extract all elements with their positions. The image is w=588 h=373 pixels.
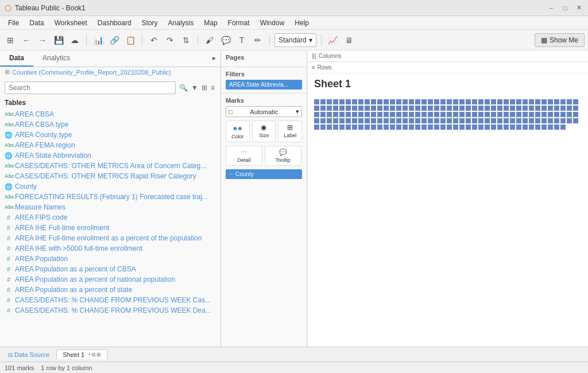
sheet-tab[interactable]: Sheet 1 + ⧉ ⊞ — [56, 349, 107, 359]
tooltip-label: Tooltip — [276, 157, 291, 163]
toolbar-back-button[interactable]: ← — [20, 33, 33, 47]
toolbar-show-button[interactable]: 📋 — [123, 33, 137, 47]
viz-dot — [523, 99, 528, 104]
toolbar-tooltip-button[interactable]: 💬 — [219, 33, 233, 47]
viz-dot — [485, 99, 490, 104]
county-pill[interactable]: ⋯ County — [226, 169, 302, 179]
viz-dot — [396, 106, 401, 111]
menu-dashboard[interactable]: Dashboard — [93, 18, 136, 28]
toolbar-label-button[interactable]: T — [235, 33, 249, 47]
list-item[interactable]: AbcCASES/DEATHS: OTHER METRICS Rapid Ris… — [0, 171, 220, 181]
toolbar-chart-button[interactable]: 📈 — [326, 33, 340, 47]
table-list: AbcAREA CBSAAbcAREA CBSA type🌐AREA Count… — [0, 109, 220, 347]
tab-add-icon[interactable]: + — [88, 352, 91, 358]
list-item[interactable]: #AREA IHE Full-time enrollment — [0, 223, 220, 233]
toolbar-save-button[interactable]: 💾 — [52, 33, 65, 47]
maximize-button[interactable]: □ — [560, 3, 570, 13]
tableau-logo-icon: ⬡ — [5, 3, 11, 13]
standard-dropdown[interactable]: Standard ▾ — [274, 33, 316, 47]
toolbar-device-button[interactable]: 🖥 — [342, 33, 356, 47]
list-item[interactable]: #CASES/DEATHS: % CHANGE FROM PREVIOUS WE… — [0, 295, 220, 305]
viz-dot — [516, 125, 521, 130]
panel-tab-arrow-icon[interactable]: ▸ — [208, 50, 220, 67]
viz-area[interactable] — [307, 95, 588, 347]
viz-dot — [403, 99, 408, 104]
viz-dot — [560, 106, 566, 111]
search-icon[interactable]: 🔍 — [178, 83, 189, 93]
list-item[interactable]: #AREA Population — [0, 254, 220, 264]
tab-data-label: Data — [9, 54, 24, 62]
list-item-text: AREA IHE with >5000 full-time enrollment — [15, 244, 142, 252]
list-item[interactable]: 🌐County — [0, 181, 220, 192]
toolbar-sort-button[interactable]: ⇅ — [179, 33, 193, 47]
color-button[interactable]: ●● Color — [226, 121, 250, 142]
viz-dot — [365, 106, 370, 111]
tab-duplicate-icon[interactable]: ⧉ — [92, 352, 95, 358]
rows-label: Rows — [318, 64, 346, 71]
minimize-button[interactable]: − — [547, 3, 556, 13]
toolbar-redo-button[interactable]: ↷ — [163, 33, 177, 47]
data-source-info[interactable]: ⊞ Counties (Community_Profile_Report_202… — [0, 67, 220, 79]
list-item[interactable]: 🌐AREA County type — [0, 130, 220, 140]
toolbar-home-button[interactable]: ⊞ — [3, 33, 17, 47]
list-item[interactable]: #AREA Population as a percent of nationa… — [0, 274, 220, 285]
menu-analysis[interactable]: Analysis — [164, 18, 199, 28]
list-item[interactable]: #AREA IHE Full-time enrollment as a perc… — [0, 233, 220, 243]
viz-dot — [403, 118, 408, 123]
grid-icon[interactable]: ⊞ — [200, 83, 208, 93]
tab-data[interactable]: Data — [0, 50, 33, 67]
viz-dot — [409, 99, 414, 104]
close-button[interactable]: ✕ — [574, 3, 583, 13]
list-item[interactable]: #AREA Population as a percent of CBSA — [0, 264, 220, 274]
list-item-icon: # — [5, 245, 13, 252]
viz-dot — [523, 125, 528, 130]
toolbar-forward-button[interactable]: → — [36, 33, 49, 47]
toolbar-save-cloud-button[interactable]: ☁ — [68, 33, 82, 47]
toolbar-format-button[interactable]: 🖌 — [203, 33, 216, 47]
list-item[interactable]: AbcAREA CBSA type — [0, 119, 220, 130]
menu-file[interactable]: File — [3, 18, 24, 28]
list-item[interactable]: #AREA FIPS code — [0, 212, 220, 223]
list-item[interactable]: AbcMeasure Names — [0, 202, 220, 212]
list-item[interactable]: AbcAREA CBSA — [0, 109, 220, 119]
list-item-icon: 🌐 — [5, 183, 13, 191]
tab-analytics[interactable]: Analytics — [33, 50, 79, 67]
menu-story[interactable]: Story — [137, 18, 163, 28]
viz-dot — [535, 118, 540, 123]
label-button[interactable]: ⊞ Label — [278, 121, 302, 142]
menu-map[interactable]: Map — [199, 18, 222, 28]
list-item[interactable]: #AREA IHE with >5000 full-time enrollmen… — [0, 243, 220, 254]
list-item[interactable]: #AREA Population as a percent of state — [0, 285, 220, 295]
filter-pill[interactable]: AREA State Abbrevia... — [226, 80, 302, 90]
list-item[interactable]: 🌐AREA State Abbreviation — [0, 150, 220, 161]
viz-dot — [396, 125, 401, 130]
viz-dot — [529, 112, 534, 117]
filter-icon[interactable]: ▼ — [190, 83, 199, 93]
menu-format[interactable]: Format — [223, 18, 254, 28]
viz-dot — [453, 125, 458, 130]
menu-worksheet[interactable]: Worksheet — [50, 18, 92, 28]
menu-data[interactable]: Data — [25, 18, 48, 28]
list-item[interactable]: AbcAREA FEMA region — [0, 140, 220, 150]
viz-dot — [371, 118, 376, 123]
detail-button[interactable]: ⋯ Detail — [226, 146, 262, 166]
data-source-tab[interactable]: ⊟ Data Source — [5, 350, 53, 359]
size-button[interactable]: ◉ Size — [252, 121, 276, 142]
search-input[interactable] — [5, 81, 176, 94]
list-item[interactable]: #CASES/DEATHS: % CHANGE FROM PREVIOUS WE… — [0, 305, 220, 316]
tab-move-icon[interactable]: ⊞ — [96, 352, 101, 358]
list-icon[interactable]: ≡ — [210, 83, 216, 93]
viz-dot — [403, 112, 408, 117]
viz-dot — [504, 118, 509, 123]
toolbar-undo-button[interactable]: ↶ — [147, 33, 161, 47]
toolbar-annotate-button[interactable]: ✏ — [251, 33, 265, 47]
show-me-button[interactable]: ▦ Show Me — [535, 33, 585, 47]
tooltip-button[interactable]: 💬 Tooltip — [265, 146, 301, 166]
menu-window[interactable]: Window — [256, 18, 289, 28]
list-item[interactable]: AbcFORECASTING RESULTS (February 1) Fore… — [0, 192, 220, 202]
marks-type-dropdown[interactable]: □ Automatic ▾ — [226, 106, 302, 117]
toolbar-new-data-button[interactable]: 📊 — [91, 33, 105, 47]
list-item[interactable]: AbcCASES/DEATHS: OTHER METRICS Area of C… — [0, 161, 220, 171]
toolbar-connect-button[interactable]: 🔗 — [107, 33, 121, 47]
menu-help[interactable]: Help — [290, 18, 314, 28]
